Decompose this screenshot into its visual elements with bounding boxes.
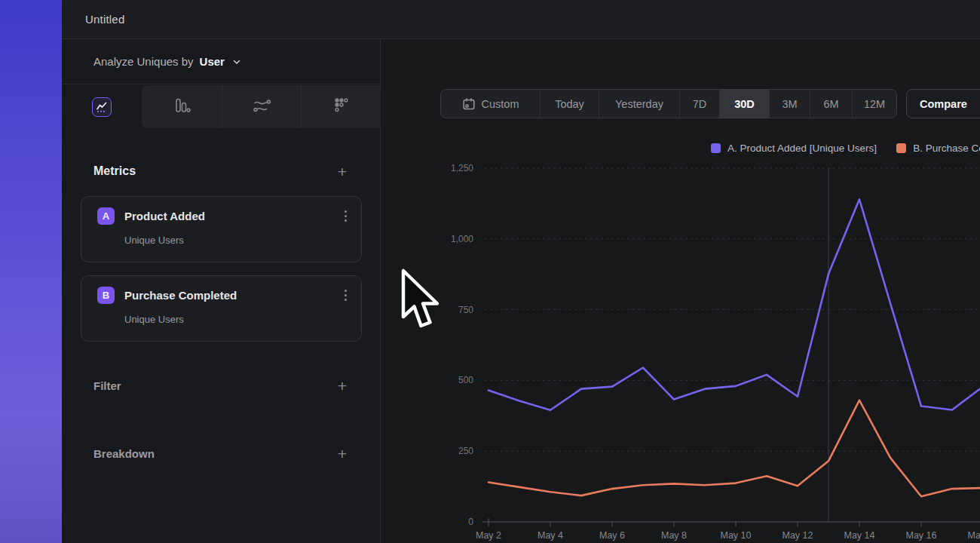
metric-aggregation[interactable]: Unique Users [124, 235, 349, 246]
metric-card-a[interactable]: A Product Added Unique Users [81, 196, 362, 262]
svg-text:May 2: May 2 [476, 530, 501, 541]
metrics-section-header: Metrics + [62, 160, 380, 183]
metric-name: Purchase Completed [124, 289, 332, 302]
svg-text:May 6: May 6 [599, 530, 625, 541]
metric-name: Product Added [124, 210, 332, 222]
add-metric-button[interactable]: + [338, 164, 347, 179]
svg-text:May 10: May 10 [721, 530, 752, 541]
flows-icon [252, 97, 271, 118]
tab-flows[interactable] [222, 85, 302, 128]
top-header: Untitled [62, 0, 980, 39]
svg-text:250: 250 [458, 446, 473, 456]
tab-retention[interactable] [301, 85, 381, 128]
svg-text:May 18: May 18 [968, 530, 980, 541]
add-breakdown-button[interactable]: + [338, 446, 347, 462]
svg-text:750: 750 [458, 305, 473, 315]
analyze-by-dropdown[interactable]: User [200, 55, 225, 68]
svg-text:1,000: 1,000 [451, 234, 473, 244]
tab-line-chart[interactable] [62, 85, 142, 128]
filter-title: Filter [93, 379, 121, 392]
chart-panel: Custom Today Yesterday 7D 30D 3M 6M 12M … [381, 39, 980, 543]
svg-text:May 16: May 16 [906, 530, 937, 541]
kebab-menu-icon[interactable] [342, 287, 349, 303]
chevron-down-icon [232, 57, 241, 66]
metrics-title: Metrics [93, 164, 136, 178]
report-title[interactable]: Untitled [85, 13, 124, 26]
svg-text:500: 500 [458, 375, 473, 385]
metric-card-b[interactable]: B Purchase Completed Unique Users [81, 275, 362, 342]
svg-text:1,250: 1,250 [451, 163, 473, 173]
filter-section-header: Filter + [62, 374, 380, 397]
metric-aggregation[interactable]: Unique Users [124, 314, 349, 325]
app-nav-rail [0, 0, 62, 543]
metric-badge-a: A [97, 207, 115, 225]
add-filter-button[interactable]: + [338, 378, 347, 394]
svg-text:May 8: May 8 [661, 530, 687, 541]
metric-badge-b: B [97, 287, 115, 304]
breakdown-title: Breakdown [93, 447, 155, 460]
breakdown-section-header: Breakdown + [62, 442, 380, 465]
mouse-cursor [400, 268, 441, 333]
svg-text:May 12: May 12 [782, 530, 813, 541]
kebab-menu-icon[interactable] [342, 208, 349, 224]
svg-text:May 14: May 14 [844, 530, 875, 541]
analyze-row: Analyze Uniques by User [62, 39, 380, 84]
line-chart[interactable]: 02505007501,0001,250May 2May 4May 6May 8… [381, 39, 980, 543]
svg-text:May 4: May 4 [537, 530, 563, 541]
bar-chart-icon [173, 97, 191, 118]
chart-type-tabs [62, 85, 381, 128]
tab-bar-chart[interactable] [142, 85, 222, 128]
svg-text:0: 0 [468, 517, 473, 527]
line-chart-icon [92, 97, 112, 117]
query-builder-sidebar: Analyze Uniques by User [62, 39, 381, 543]
retention-grid-icon [332, 97, 351, 118]
analyze-label: Analyze Uniques by [93, 55, 194, 68]
